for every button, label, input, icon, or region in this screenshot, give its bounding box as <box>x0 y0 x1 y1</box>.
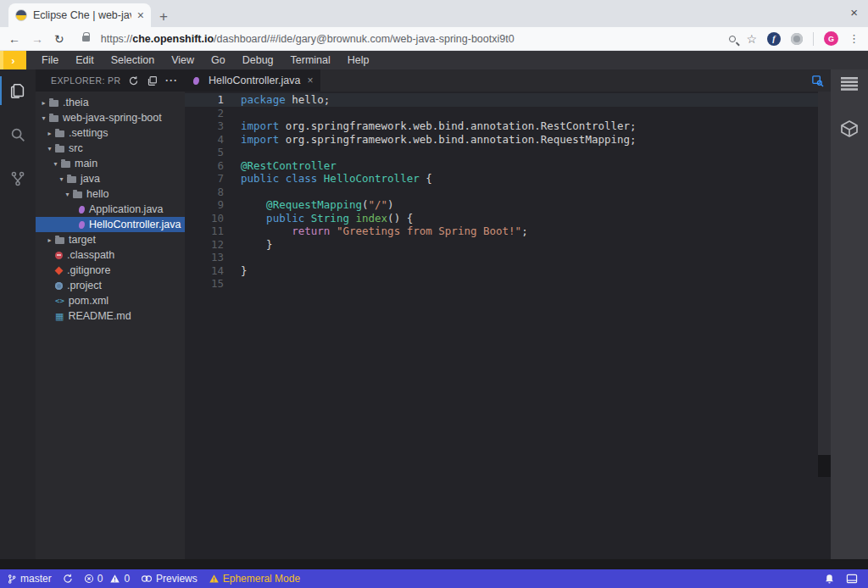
browser-tab[interactable]: Eclipse Che | web-java-sp × <box>8 3 151 27</box>
plugins-cube-icon[interactable] <box>839 119 860 142</box>
code-line-8[interactable]: 8 <box>185 186 831 199</box>
browser-menu-icon[interactable]: ⋮ <box>849 32 860 45</box>
tree-item--settings[interactable]: ▸.settings <box>36 125 185 141</box>
chevron-right-icon[interactable]: ▸ <box>39 99 48 107</box>
line-content: import org.springframework.web.bind.anno… <box>241 119 637 133</box>
menu-items: FileEditSelectionViewGoDebugTerminalHelp <box>33 51 378 69</box>
code-line-5[interactable]: 5 <box>185 146 831 159</box>
menu-item-edit[interactable]: Edit <box>67 51 103 69</box>
tree-item-label: .settings <box>69 127 108 139</box>
chevron-right-icon[interactable]: ▸ <box>45 236 54 244</box>
tree-item--theia[interactable]: ▸.theia <box>36 95 185 110</box>
chevron-down-icon[interactable]: ▾ <box>39 114 48 122</box>
tree-item--gitignore[interactable]: .gitignore <box>36 263 185 278</box>
menu-item-help[interactable]: Help <box>339 51 378 69</box>
tree-item--classpath[interactable]: .classpath <box>36 247 185 263</box>
bookmark-star-icon[interactable]: ☆ <box>746 33 757 45</box>
code-line-6[interactable]: 6@RestController <box>185 159 831 173</box>
ephemeral-mode-badge[interactable]: Ephemeral Mode <box>209 573 300 585</box>
chevron-down-icon[interactable]: ▾ <box>45 145 54 153</box>
more-actions-icon[interactable]: ··· <box>165 75 178 86</box>
reload-icon[interactable]: ↻ <box>54 33 64 45</box>
refresh-icon[interactable] <box>128 75 139 86</box>
tree-item-application-java[interactable]: Application.java <box>36 202 185 217</box>
scrollbar-thumb[interactable] <box>818 92 831 455</box>
tree-item-label: .gitignore <box>67 264 110 276</box>
chevron-right-icon[interactable]: ▸ <box>45 130 54 137</box>
code-line-10[interactable]: 10 public String index() { <box>185 212 831 225</box>
code-line-2[interactable]: 2 <box>185 107 831 120</box>
code-line-3[interactable]: 3import org.springframework.web.bind.ann… <box>185 119 831 133</box>
chevron-down-icon[interactable]: ▾ <box>63 191 72 198</box>
code-editor[interactable]: 1package hello;23import org.springframew… <box>185 92 831 569</box>
editor-tab-hellocontroller[interactable]: HelloController.java × <box>185 69 320 92</box>
chevron-down-icon[interactable]: ▾ <box>51 160 60 168</box>
profile-avatar[interactable]: G <box>824 31 838 46</box>
tab-close-icon[interactable]: × <box>137 9 144 21</box>
line-number: 6 <box>185 159 224 173</box>
tree-item-src[interactable]: ▾src <box>36 141 185 156</box>
chevron-down-icon[interactable]: ▾ <box>57 175 66 183</box>
code-line-9[interactable]: 9 @RequestMapping("/") <box>185 198 831 212</box>
search-icon[interactable] <box>0 122 36 147</box>
ide-main: EXPLORER: PROJE... ··· ▸.theia▾web-java-… <box>0 69 868 569</box>
tree-item-main[interactable]: ▾main <box>36 156 185 171</box>
outline-list-icon[interactable] <box>840 76 859 95</box>
toggle-panel-icon[interactable] <box>846 574 858 584</box>
tree-item-java[interactable]: ▾java <box>36 171 185 186</box>
code-line-13[interactable]: 13 <box>185 251 831 264</box>
line-content: @RestController <box>241 159 337 173</box>
collapse-all-icon[interactable] <box>147 75 158 86</box>
tree-item-web-java-spring-boot[interactable]: ▾web-java-spring-boot <box>36 110 185 125</box>
fedora-extension-icon[interactable]: f <box>767 32 781 46</box>
back-icon[interactable]: ← <box>8 33 20 45</box>
line-number: 14 <box>185 264 224 278</box>
git-branch-icon[interactable] <box>0 166 36 191</box>
menu-item-selection[interactable]: Selection <box>103 51 163 69</box>
toolbar-right: ☆ f G ⋮ <box>729 31 860 46</box>
code-line-12[interactable]: 12 } <box>185 238 831 252</box>
tree-item-pom-xml[interactable]: <>pom.xml <box>36 293 185 308</box>
lock-icon[interactable] <box>82 36 90 42</box>
menu-item-view[interactable]: View <box>163 51 203 69</box>
sync-icon[interactable] <box>63 574 73 584</box>
files-explorer-icon[interactable] <box>0 78 36 103</box>
file-tree: ▸.theia▾web-java-spring-boot▸.settings▾s… <box>36 92 185 569</box>
git-branch-status[interactable]: master <box>7 573 52 585</box>
eclipse-che-favicon-icon <box>15 9 27 21</box>
extension-icon[interactable] <box>791 33 803 45</box>
tree-item-hello[interactable]: ▾hello <box>36 186 185 202</box>
code-line-4[interactable]: 4import org.springframework.web.bind.ann… <box>185 133 831 147</box>
editor-scrollbar[interactable] <box>818 92 831 569</box>
tree-item-label: src <box>69 142 83 154</box>
menu-item-file[interactable]: File <box>33 51 67 69</box>
tree-item--project[interactable]: .project <box>36 278 185 293</box>
new-tab-button[interactable]: + <box>159 9 168 24</box>
menu-item-terminal[interactable]: Terminal <box>282 51 339 69</box>
forward-icon[interactable]: → <box>31 33 43 45</box>
tree-item-readme-md[interactable]: ▦README.md <box>36 308 185 324</box>
classpath-icon <box>55 252 63 259</box>
tree-item-hellocontroller-java[interactable]: HelloController.java <box>36 217 185 232</box>
code-line-14[interactable]: 14} <box>185 264 831 278</box>
tree-item-label: .classpath <box>67 249 114 261</box>
problems-indicator[interactable]: 0 0 <box>84 573 130 585</box>
toolbar-divider <box>813 32 814 46</box>
tree-item-label: .theia <box>63 97 89 108</box>
code-line-11[interactable]: 11 return "Greetings from Spring Boot!"; <box>185 225 831 238</box>
previews-button[interactable]: Previews <box>141 573 198 585</box>
notifications-bell-icon[interactable] <box>824 574 835 585</box>
line-number: 4 <box>185 133 224 147</box>
code-line-15[interactable]: 15 <box>185 277 831 291</box>
code-line-1[interactable]: 1package hello; <box>185 93 831 107</box>
code-line-7[interactable]: 7public class HelloController { <box>185 172 831 186</box>
che-workspace-button[interactable]: › <box>0 51 26 69</box>
menu-item-go[interactable]: Go <box>203 51 234 69</box>
address-bar[interactable]: https:// che.openshift.io /dashboard/#/i… <box>101 33 719 45</box>
tree-item-target[interactable]: ▸target <box>36 232 185 247</box>
editor-tab-close-icon[interactable]: × <box>307 75 313 86</box>
open-preview-icon[interactable] <box>811 69 831 92</box>
zoom-icon[interactable] <box>729 36 736 42</box>
window-close-button[interactable]: × <box>850 6 858 19</box>
menu-item-debug[interactable]: Debug <box>234 51 282 69</box>
